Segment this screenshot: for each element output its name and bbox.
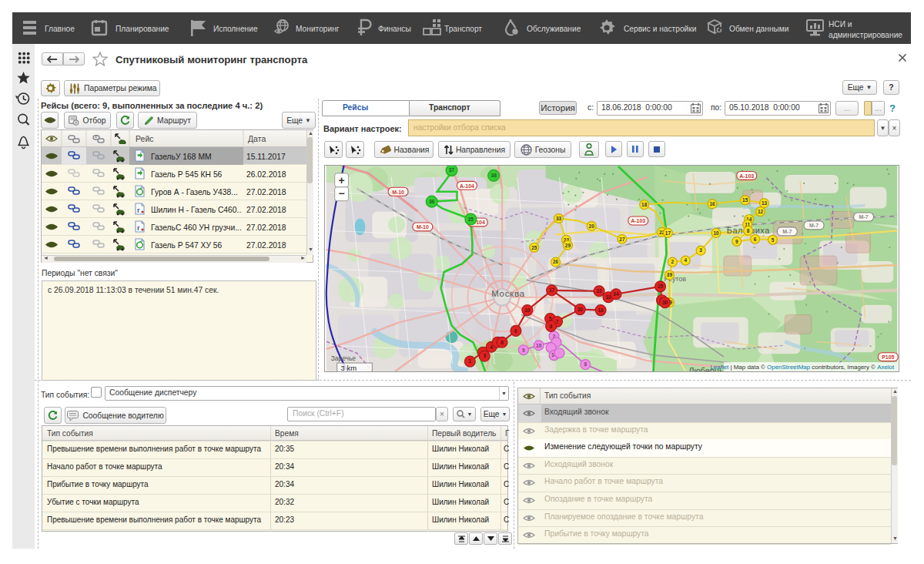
svg-text:17: 17 — [665, 230, 671, 236]
svg-text:8: 8 — [500, 340, 504, 345]
svg-text:Газель Р 545 КН 56: Газель Р 545 КН 56 — [151, 170, 223, 179]
svg-text:10: 10 — [524, 307, 531, 313]
svg-text:Рейс: Рейс — [136, 134, 154, 143]
svg-text:8: 8 — [550, 324, 553, 329]
svg-text:10: 10 — [536, 343, 542, 348]
svg-text:Шилин Н - Газель С460...: Шилин Н - Газель С460... — [151, 206, 243, 214]
svg-text:ГазельС 460 УН грузчи...: ГазельС 460 УН грузчи... — [151, 223, 242, 232]
svg-text:27.02.2018: 27.02.2018 — [246, 206, 286, 214]
svg-text:37: 37 — [449, 167, 455, 173]
svg-text:27.02.2018: 27.02.2018 — [246, 188, 286, 196]
svg-text:А-103: А-103 — [739, 173, 754, 179]
svg-text:7: 7 — [556, 319, 559, 324]
svg-text:Газель Р 547 ХУ 56: Газель Р 547 ХУ 56 — [151, 241, 223, 250]
svg-text:−: − — [339, 187, 345, 200]
svg-text:1: 1 — [469, 358, 472, 364]
svg-text:Сервис и настройки: Сервис и настройки — [624, 25, 696, 33]
svg-text:М-7: М-7 — [809, 223, 819, 228]
svg-text:Обслуживание: Обслуживание — [527, 25, 581, 33]
svg-text:16: 16 — [709, 201, 715, 206]
svg-text:г: г — [137, 206, 140, 214]
svg-text:29: 29 — [565, 243, 571, 248]
svg-text:Москва: Москва — [491, 289, 525, 298]
svg-text:13: 13 — [762, 200, 768, 206]
svg-text:Обмен данными: Обмен данными — [729, 25, 789, 33]
svg-text:27.02.2018: 27.02.2018 — [246, 241, 286, 250]
svg-text:27: 27 — [619, 237, 625, 242]
svg-text:ГазельУ 168 ММ: ГазельУ 168 ММ — [151, 153, 212, 161]
svg-text:Главное: Главное — [45, 25, 75, 33]
svg-text:6: 6 — [754, 237, 757, 242]
svg-text:8: 8 — [584, 361, 587, 367]
svg-text:10: 10 — [713, 230, 719, 236]
svg-text:27.02.2018: 27.02.2018 — [246, 223, 286, 232]
svg-text:12: 12 — [758, 209, 764, 214]
svg-text:М-7: М-7 — [859, 214, 869, 220]
svg-text:5: 5 — [772, 237, 775, 243]
svg-text:17: 17 — [549, 287, 555, 293]
svg-text:Заречье: Заречье — [331, 354, 357, 362]
svg-text:4: 4 — [684, 257, 687, 263]
svg-text:25: 25 — [531, 245, 537, 250]
svg-text:НСИ и: НСИ и — [829, 20, 852, 29]
svg-text:15.11.2017: 15.11.2017 — [246, 153, 286, 161]
svg-text:34: 34 — [613, 291, 619, 297]
svg-text:Гуров А - Газель У438...: Гуров А - Газель У438... — [151, 188, 238, 196]
svg-text:39: 39 — [667, 272, 673, 277]
svg-text:30: 30 — [662, 300, 668, 305]
svg-text:2: 2 — [95, 134, 98, 139]
svg-text:30: 30 — [578, 307, 584, 312]
svg-text:Leaflet | Map data © OpenStree: Leaflet | Map data © OpenStreetMap contr… — [710, 364, 895, 371]
svg-text:25: 25 — [658, 284, 664, 289]
svg-text:18: 18 — [641, 202, 648, 207]
svg-text:6: 6 — [514, 328, 517, 334]
svg-text:2: 2 — [671, 259, 675, 264]
svg-text:А-103: А-103 — [631, 218, 645, 223]
svg-text:М-7: М-7 — [782, 229, 792, 234]
svg-text:Дата: Дата — [248, 134, 266, 143]
svg-text:Транспорт: Транспорт — [444, 25, 482, 33]
svg-text:3: 3 — [483, 353, 486, 358]
svg-text:9: 9 — [522, 347, 525, 353]
svg-text:+: + — [339, 174, 345, 186]
svg-text:8: 8 — [747, 228, 750, 233]
svg-text:26: 26 — [553, 259, 559, 264]
svg-text:Р105: Р105 — [882, 354, 894, 360]
svg-text:15: 15 — [742, 197, 748, 203]
svg-text:Мониторинг: Мониторинг — [296, 25, 340, 33]
svg-text:г: г — [137, 224, 140, 232]
svg-text:А-104: А-104 — [460, 183, 474, 189]
svg-text:26.02.2018: 26.02.2018 — [246, 170, 286, 179]
svg-text:38: 38 — [491, 173, 497, 178]
svg-text:3 km: 3 km — [341, 364, 357, 372]
svg-text:М-10: М-10 — [417, 224, 429, 230]
svg-text:22: 22 — [597, 288, 603, 294]
svg-text:М-10: М-10 — [392, 190, 404, 195]
svg-text:администрирование: администрирование — [829, 31, 902, 39]
svg-text:36: 36 — [429, 199, 435, 204]
svg-text:Исполнение: Исполнение — [213, 25, 258, 33]
svg-text:33: 33 — [556, 216, 562, 221]
svg-text:3: 3 — [699, 247, 702, 253]
svg-text:35: 35 — [468, 217, 474, 222]
svg-text:18: 18 — [598, 307, 604, 313]
svg-text:Планирование: Планирование — [116, 25, 169, 33]
svg-text:Финансы: Финансы — [378, 25, 411, 33]
svg-text:20: 20 — [589, 223, 595, 229]
svg-text:9: 9 — [735, 239, 738, 244]
